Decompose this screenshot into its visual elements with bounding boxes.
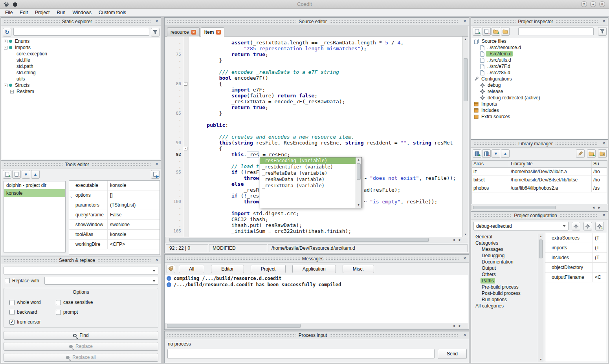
tree-item[interactable]: Paths [472,278,537,284]
configuration-select[interactable]: debug-redirected [473,222,569,230]
tree-item[interactable]: +ResItem [2,88,160,95]
tree-item[interactable]: release [471,88,607,95]
tab-item[interactable]: item ✕ [201,27,225,37]
messages-header[interactable]: Messages × [165,255,469,263]
close-panel-button[interactable]: × [601,141,607,146]
open-folder-button[interactable] [501,27,510,36]
tree-item[interactable]: ../src/resource.d [471,44,607,51]
completion-item[interactable]: _resIdentifier (variable) [260,164,356,170]
tree-item[interactable]: debug [471,82,607,88]
move-tool-down-button[interactable]: ▼ [22,170,30,179]
scroll-right-button[interactable]: ▶ [457,323,462,328]
tree-item[interactable]: Pre-build process [472,284,537,290]
close-panel-button[interactable]: × [462,333,468,338]
code-line[interactable]: 75 return true; [165,51,462,57]
tree-item[interactable]: +Enums [2,38,160,44]
replace-with-combo[interactable] [44,277,158,285]
code-line[interactable]: 80- { [165,81,462,87]
property-row[interactable]: toolAliaskonsole [69,230,160,240]
scroll-up-button[interactable]: ▲ [463,37,468,42]
code-line[interactable]: . scope(failure) return false; [165,93,462,99]
hscroll-thumb[interactable] [169,238,429,242]
table-row[interactable]: phobos/usr/lib64/libphobos2.a/us [472,184,607,192]
tree-item[interactable]: Configurations [471,76,607,82]
property-row[interactable]: options›[] [69,190,160,200]
library-from-folder-button[interactable]: + [587,149,596,158]
property-row[interactable]: showWindowswoNone [69,220,160,230]
menu-item-project[interactable]: Project [31,9,53,16]
property-row[interactable]: parameters(TStringList) [69,200,160,210]
scroll-down-button[interactable]: ▼ [538,357,543,362]
completion-item[interactable]: _resRawData (variable) [260,176,356,183]
code-line[interactable]: . import e7F; [165,87,462,93]
vscroll-thumb[interactable] [464,58,468,101]
expand-chevron-icon[interactable]: › [70,192,72,200]
list-item[interactable]: dolphin - project dir [4,181,65,189]
project-filter-input[interactable] [518,27,594,35]
tree-item[interactable]: Run options [472,296,537,303]
fold-icon[interactable]: - [184,147,187,150]
close-panel-button[interactable]: × [601,213,607,218]
filter-button-editor[interactable]: Editor [211,265,244,273]
property-row[interactable]: outputFilename<C [545,273,607,282]
checkbox-backward[interactable] [9,310,15,315]
code-line[interactable]: 85 } [165,110,462,116]
menu-item-windows[interactable]: Windows [69,9,95,16]
tree-item[interactable]: Others [472,271,537,278]
expander-icon[interactable]: + [4,40,7,43]
property-row[interactable]: objectDirectory [545,263,607,273]
menu-item-custom-tools[interactable]: Custom tools [95,9,130,16]
checkbox-whole-word[interactable] [9,300,15,305]
remove-tool-button[interactable]: − [12,170,21,179]
close-panel-button[interactable]: × [601,19,607,24]
code-line[interactable]: . /// encodes _resRawData to a e7F strin… [165,69,462,75]
messages-hscrollbar[interactable]: ◀ ▶ [165,323,468,329]
scroll-left-button[interactable]: ◀ [591,205,596,210]
hscroll-thumb[interactable] [167,324,301,328]
tree-item[interactable]: Source files [471,38,607,44]
search-replace-header[interactable]: Search & replace × [1,256,161,264]
property-row[interactable]: workingDire<CFP> [69,240,160,249]
code-line[interactable]: 105 _initialSum = crc322uint(ihash.finis… [165,228,462,234]
move-tool-up-button[interactable]: ▲ [31,170,40,179]
remove-library-button[interactable]: − [482,149,491,158]
scroll-down-button[interactable]: ▼ [463,232,468,237]
scroll-up-button[interactable]: ▲ [538,234,543,239]
fold-icon[interactable]: - [184,82,187,86]
close-panel-button[interactable]: × [154,258,160,263]
list-item[interactable]: konsole [4,189,65,197]
scroll-up-button[interactable]: ▲ [356,157,361,163]
column-header[interactable]: Alias [472,161,509,167]
scroll-right-button[interactable]: ▶ [457,237,462,242]
clear-project-filter-button[interactable] [598,27,607,36]
code-line[interactable]: . assert(_resTxtData.length == _resRawDa… [165,40,462,46]
menu-item-edit[interactable]: Edit [16,9,31,16]
code-line[interactable]: . return true; [165,104,462,110]
completion-scrollbar[interactable]: ▲ ▼ [356,157,361,208]
menu-item-run[interactable]: Run [53,9,69,16]
refresh-button[interactable]: ↻ [3,28,11,37]
hscroll-thumb[interactable] [473,206,556,209]
code-line[interactable]: 90 this(string resFile, ResEncoding resE… [165,140,462,146]
tree-item[interactable]: Extra sources [471,113,607,120]
code-line[interactable]: . /// creates and encodes a new resource… [165,134,462,140]
tree-item[interactable]: std.string [2,70,160,76]
filter-button-misc[interactable]: Misc. [343,265,374,273]
project-configuration-header[interactable]: Project configuration × [471,212,608,219]
vscroll-thumb[interactable] [539,240,543,258]
tab-close-icon[interactable]: ✕ [216,30,221,35]
code-line[interactable]: . } [165,57,462,63]
expander-icon[interactable]: + [10,90,14,93]
replace-button[interactable]: Replace [4,342,158,351]
tree-item[interactable]: debug-redirected (active) [471,95,607,101]
tools-editor-header[interactable]: Tools editor × [1,161,161,168]
add-folder-button[interactable]: + [492,27,500,36]
completion-item[interactable]: _resTxtData (variable) [260,183,356,189]
tree-item[interactable]: std.path [2,63,160,70]
tree-item[interactable]: Documentation [472,259,537,265]
filter-button-application[interactable]: Application [292,265,336,273]
code-line[interactable]: . _resTxtData = encode_7F(_resRawData); [165,99,462,104]
symbol-filter-input[interactable] [13,28,149,36]
menu-item-file[interactable]: File [2,9,16,16]
library-hscrollbar[interactable]: ◀ ▶ [471,205,607,210]
